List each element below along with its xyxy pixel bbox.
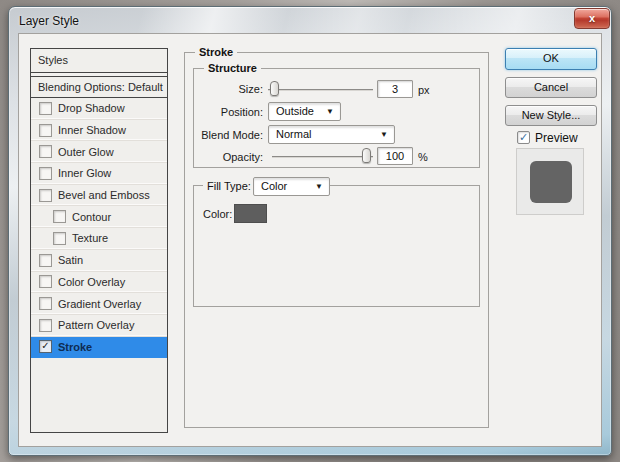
structure-group-label: Structure (204, 61, 261, 75)
stroke-group-label: Stroke (195, 45, 237, 59)
chevron-down-icon: ▼ (380, 126, 388, 143)
desktop: { "window": { "title": "Layer Style", "c… (0, 0, 620, 462)
size-slider-track[interactable] (268, 89, 373, 91)
unchecked-checkbox-icon[interactable] (39, 102, 52, 115)
chevron-down-icon: ▼ (315, 178, 323, 195)
close-icon: x (589, 12, 595, 24)
sidebar-item-label: Bevel and Emboss (58, 189, 150, 201)
sidebar-item-blending-options[interactable]: Blending Options: Default (31, 77, 167, 98)
sidebar-item-contour[interactable]: Contour (31, 206, 167, 228)
size-slider-thumb[interactable] (270, 81, 279, 96)
sidebar-item-stroke[interactable]: ✓Stroke (31, 337, 167, 359)
fill-type-dropdown[interactable]: Color ▼ (253, 177, 330, 196)
opacity-label: Opacity: (195, 151, 263, 163)
sidebar-item-label: Pattern Overlay (58, 319, 134, 331)
size-input[interactable]: 3 (377, 80, 413, 98)
fill-type-label: Fill Type: (203, 179, 255, 193)
close-button[interactable]: x (574, 8, 610, 29)
blend-mode-label: Blend Mode: (195, 129, 263, 141)
sidebar-item-label: Color Overlay (58, 276, 125, 288)
ok-button[interactable]: OK (505, 48, 597, 70)
sidebar-item-inner-glow[interactable]: Inner Glow (31, 163, 167, 185)
sidebar-item-pattern-overlay[interactable]: Pattern Overlay (31, 315, 167, 337)
sidebar-item-color-overlay[interactable]: Color Overlay (31, 272, 167, 294)
unchecked-checkbox-icon[interactable] (39, 254, 52, 267)
chevron-down-icon: ▼ (326, 103, 334, 120)
sidebar-item-label: Texture (72, 232, 108, 244)
position-dropdown[interactable]: Outside ▼ (268, 102, 341, 121)
unchecked-checkbox-icon[interactable] (53, 232, 66, 245)
cancel-button[interactable]: Cancel (505, 77, 597, 98)
sidebar-item-label: Stroke (58, 341, 92, 353)
sidebar-item-label: Satin (58, 254, 83, 266)
sidebar-item-label: Drop Shadow (58, 102, 125, 114)
sidebar-item-satin[interactable]: Satin (31, 250, 167, 272)
size-label: Size: (195, 83, 263, 95)
opacity-slider-thumb[interactable] (362, 148, 371, 163)
unchecked-checkbox-icon[interactable] (39, 167, 52, 180)
preview-checkbox[interactable]: ✓ (517, 131, 530, 144)
sidebar-item-label: Outer Glow (58, 146, 114, 158)
opacity-unit: % (418, 151, 428, 163)
new-style-button[interactable]: New Style... (505, 105, 597, 126)
opacity-slider-track[interactable] (272, 156, 373, 158)
styles-items-container: Drop ShadowInner ShadowOuter GlowInner G… (31, 98, 167, 358)
position-label: Position: (195, 106, 263, 118)
unchecked-checkbox-icon[interactable] (39, 297, 52, 310)
unchecked-checkbox-icon[interactable] (39, 124, 52, 137)
sidebar-item-texture[interactable]: Texture (31, 228, 167, 250)
position-value: Outside (276, 105, 314, 117)
sidebar-item-label: Inner Shadow (58, 124, 126, 136)
unchecked-checkbox-icon[interactable] (39, 275, 52, 288)
styles-list-header: Styles (31, 49, 167, 73)
preview-thumbnail (530, 161, 572, 203)
sidebar-item-gradient-overlay[interactable]: Gradient Overlay (31, 293, 167, 315)
color-label: Color: (203, 208, 232, 220)
blend-mode-value: Normal (276, 128, 311, 140)
blend-mode-dropdown[interactable]: Normal ▼ (268, 125, 395, 144)
size-unit: px (418, 84, 430, 96)
sidebar-item-label: Gradient Overlay (58, 298, 141, 310)
sidebar-item-bevel-and-emboss[interactable]: Bevel and Emboss (31, 185, 167, 207)
stroke-color-swatch[interactable] (234, 204, 267, 223)
sidebar-item-label: Contour (72, 211, 111, 223)
dialog-title: Layer Style (19, 14, 79, 28)
unchecked-checkbox-icon[interactable] (39, 145, 52, 158)
checked-checkbox-icon[interactable]: ✓ (39, 340, 52, 353)
sidebar-item-inner-shadow[interactable]: Inner Shadow (31, 120, 167, 142)
sidebar-item-drop-shadow[interactable]: Drop Shadow (31, 98, 167, 120)
styles-list: Styles Blending Options: Default Drop Sh… (30, 48, 168, 433)
check-icon: ✓ (519, 131, 528, 143)
preview-checkbox-label: Preview (535, 131, 578, 145)
unchecked-checkbox-icon[interactable] (39, 189, 52, 202)
unchecked-checkbox-icon[interactable] (53, 210, 66, 223)
unchecked-checkbox-icon[interactable] (39, 319, 52, 332)
fill-type-value: Color (261, 180, 287, 192)
opacity-input[interactable]: 100 (377, 147, 413, 165)
sidebar-item-label: Inner Glow (58, 167, 111, 179)
sidebar-item-outer-glow[interactable]: Outer Glow (31, 141, 167, 163)
